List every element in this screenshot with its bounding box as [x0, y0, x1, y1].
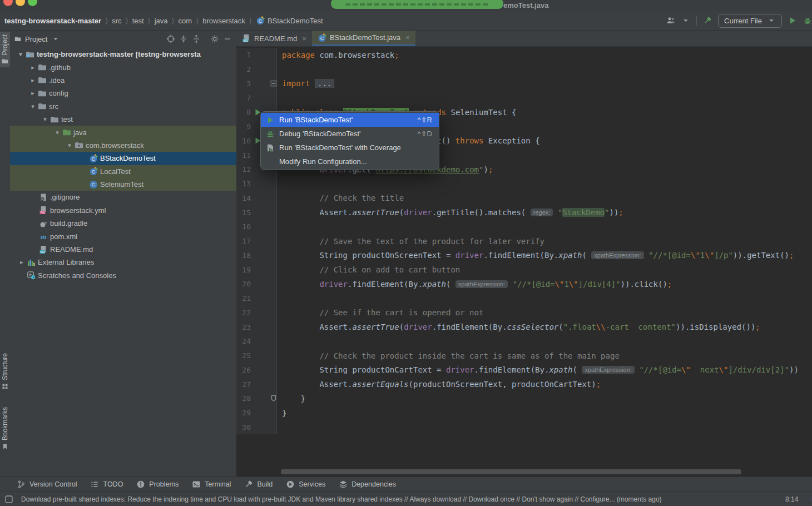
tree-item[interactable]: MDREADME.md [10, 243, 236, 256]
select-opened-file-icon[interactable] [166, 34, 175, 43]
tool-window-button-todo[interactable]: TODO [90, 480, 123, 489]
code-line: 13 [236, 177, 812, 191]
hide-panel-icon[interactable] [223, 34, 232, 43]
code-token: ; [789, 251, 794, 260]
tree-item[interactable]: ▸.idea [10, 74, 236, 87]
menu-item[interactable]: Debug 'BStackDemoTest'^⇧D [261, 127, 439, 141]
tree-item[interactable]: ▸.github [10, 61, 236, 73]
code-line: 22// See if the cart is opened or not [236, 306, 812, 320]
tree-item-label: SeleniumTest [100, 180, 143, 188]
code-token: 1 [700, 251, 705, 260]
chevron-down-icon[interactable]: ▾ [65, 142, 75, 149]
tree-item[interactable]: ▸External Libraries [10, 256, 236, 269]
code-token: xpath [423, 280, 446, 289]
editor-tab[interactable]: CBStackDemoTest.java× [312, 31, 415, 46]
tool-window-button-dependencies[interactable]: Dependencies [339, 480, 396, 489]
code-token: ( [582, 251, 591, 260]
editor-tab[interactable]: MDREADME.md× [236, 31, 312, 46]
tree-item[interactable]: ▾com.browserstack [10, 139, 236, 152]
build-project-icon[interactable] [703, 16, 712, 25]
chevron-down-icon[interactable] [51, 34, 60, 43]
chevron-right-icon[interactable]: ▸ [17, 259, 27, 266]
chevron-right-icon[interactable]: ▸ [28, 90, 38, 97]
breadcrumb-item[interactable]: java [155, 17, 168, 25]
tool-window-button-terminal[interactable]: Terminal [192, 480, 231, 489]
chevron-down-icon[interactable] [681, 16, 690, 25]
tree-item[interactable]: ▾test [10, 113, 236, 126]
folder-icon [38, 63, 49, 72]
menu-item[interactable]: Run 'BStackDemoTest'^⇧R [261, 113, 439, 127]
tree-item[interactable]: CSeleniumTest [10, 178, 236, 191]
project-tree: ▾testng-browserstack-master [testng-brow… [10, 48, 236, 477]
close-icon[interactable]: × [302, 34, 306, 43]
expand-all-icon[interactable] [179, 34, 188, 43]
chevron-down-icon[interactable]: ▾ [52, 129, 62, 136]
breadcrumb-item[interactable]: testng-browserstack-master [4, 17, 101, 25]
code-line: 18String productOnScreenText = driver.fi… [236, 249, 812, 263]
tool-window-stripe-bookmarks[interactable]: Bookmarks [0, 404, 10, 453]
folder-project-icon [26, 50, 37, 59]
breadcrumb-item[interactable]: CBStackDemoTest [256, 16, 323, 25]
breadcrumb-item[interactable]: com [179, 17, 192, 25]
md-file-icon: MD [242, 34, 251, 43]
code-token: ( [399, 323, 404, 331]
menu-item[interactable]: Modify Run Configuration... [261, 155, 439, 168]
menu-item[interactable]: Run 'BStackDemoTest' with Coverage [261, 141, 439, 155]
code-token: com.browserstack [319, 51, 394, 59]
tree-item[interactable]: CLocalTest [10, 165, 236, 178]
tree-item[interactable]: Scratches and Consoles [10, 269, 236, 282]
line-number: 28 [236, 394, 251, 403]
fold-end-icon[interactable] [269, 394, 278, 403]
close-window-icon[interactable] [3, 0, 13, 6]
tree-item-label: .idea [49, 76, 65, 85]
horizontal-scrollbar[interactable] [281, 469, 741, 474]
tool-window-stripe-project[interactable]: Project [0, 32, 10, 67]
line-number: 23 [236, 323, 251, 331]
tool-window-button-build[interactable]: Build [244, 480, 273, 489]
tree-item[interactable]: ▾testng-browserstack-master [testng-brow… [10, 48, 236, 61]
caret-position[interactable]: 8:14 [785, 495, 798, 503]
breadcrumb-item[interactable]: src [112, 17, 121, 25]
chevron-down-icon[interactable]: ▾ [16, 51, 26, 58]
fold-region-icon[interactable] [269, 79, 278, 88]
project-panel-title[interactable]: Project [25, 35, 47, 43]
tree-item[interactable]: YMLbrowserstack.yml [10, 204, 236, 217]
close-icon[interactable]: × [405, 33, 410, 42]
chevron-right-icon[interactable]: ▸ [28, 77, 38, 84]
background-tasks-icon[interactable] [4, 495, 13, 504]
zoom-window-icon[interactable] [28, 0, 37, 6]
services-icon [286, 480, 295, 489]
tree-item[interactable]: CBStackDemoTest [10, 152, 236, 165]
tree-item[interactable]: .gitignore [10, 191, 236, 204]
chevron-down-icon[interactable]: ▾ [28, 103, 38, 110]
chevron-right-icon[interactable]: ▸ [28, 64, 38, 71]
tool-window-stripe-structure[interactable]: Structure [0, 350, 10, 393]
gear-icon[interactable] [210, 34, 219, 43]
run-configuration-select[interactable]: Current File [718, 14, 782, 28]
tree-item[interactable]: ▾src [10, 100, 236, 113]
collapse-all-icon[interactable] [192, 34, 201, 43]
tree-item[interactable]: mpom.xml [10, 230, 236, 242]
code-token: .findElement(By. [474, 365, 549, 374]
breadcrumb-label: BStackDemoTest [268, 17, 323, 25]
code-with-me-icon[interactable] [666, 16, 675, 25]
debug-button[interactable] [803, 16, 812, 25]
breadcrumb-item[interactable]: browserstack [202, 17, 245, 25]
tool-window-button-version-control[interactable]: Version Control [17, 480, 77, 489]
run-button[interactable] [788, 16, 797, 25]
line-number: 8 [236, 108, 251, 116]
tree-item[interactable]: ▸config [10, 87, 236, 100]
code-line: 16 [236, 220, 812, 234]
code-line: 25// Check the product inside the cart i… [236, 349, 812, 363]
tree-item[interactable]: build.gradle [10, 217, 236, 230]
chevron-down-icon[interactable]: ▾ [40, 116, 50, 123]
tool-window-button-problems[interactable]: Problems [136, 480, 179, 489]
tool-window-button-services[interactable]: Services [286, 480, 325, 489]
status-message[interactable]: Download pre-built shared indexes: Reduc… [21, 495, 779, 503]
tree-item[interactable]: ▾java [10, 126, 236, 138]
notification-balloon[interactable] [331, 0, 503, 9]
breadcrumb-item[interactable]: test [132, 17, 144, 25]
minimize-window-icon[interactable] [16, 0, 25, 6]
code-line: 3import ... [236, 77, 812, 91]
code-token: \" [705, 251, 714, 260]
